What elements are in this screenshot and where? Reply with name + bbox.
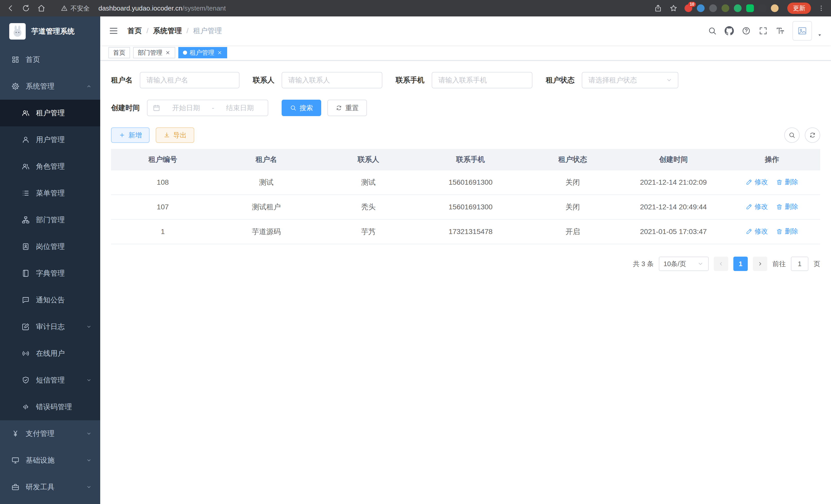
sidebar-item-post[interactable]: 岗位管理 xyxy=(0,233,100,260)
goto-page-input[interactable] xyxy=(791,257,808,271)
delete-button[interactable]: 删除 xyxy=(776,178,798,186)
sidebar-item-dict[interactable]: 字典管理 xyxy=(0,260,100,287)
browser-home-icon[interactable] xyxy=(37,4,46,12)
sidebar-item-notice[interactable]: 通知公告 xyxy=(0,287,100,314)
sidebar-item-error-code[interactable]: 错误码管理 xyxy=(0,393,100,420)
page-size-select[interactable]: 10条/页 xyxy=(659,257,709,271)
sidebar-item-devtools[interactable]: 研发工具 xyxy=(0,474,100,500)
export-button[interactable]: 导出 xyxy=(156,127,194,143)
bookmark-star-icon[interactable] xyxy=(669,4,678,12)
share-icon[interactable] xyxy=(654,4,662,12)
filter-tenant-name: 租户名 xyxy=(111,72,239,88)
refresh-icon xyxy=(336,105,342,111)
sidebar-item-label: 短信管理 xyxy=(36,375,65,385)
refresh-table-button[interactable] xyxy=(805,127,820,143)
trash-icon xyxy=(776,203,783,210)
add-button[interactable]: 新增 xyxy=(111,127,149,143)
avatar[interactable] xyxy=(793,21,812,40)
sidebar-item-role[interactable]: 角色管理 xyxy=(0,153,100,180)
goto-label: 前往 xyxy=(772,260,786,268)
delete-button[interactable]: 删除 xyxy=(776,202,798,211)
page-size-value: 10条/页 xyxy=(663,260,686,268)
sidebar-item-sms[interactable]: 短信管理 xyxy=(0,367,100,393)
post-badge-icon xyxy=(22,242,30,251)
gear-icon xyxy=(11,82,20,90)
cell-created: 2021-12-14 21:02:09 xyxy=(623,170,724,195)
plus-icon xyxy=(119,132,125,139)
sidebar-item-audit-log[interactable]: 审计日志 xyxy=(0,314,100,340)
extension-icon-6[interactable] xyxy=(746,4,754,12)
date-range-picker[interactable]: 开始日期 - 结束日期 xyxy=(147,100,268,116)
sidebar-item-system[interactable]: 系统管理 xyxy=(0,73,100,100)
tag-home[interactable]: 首页 xyxy=(109,47,130,58)
sidebar-item-menu[interactable]: 菜单管理 xyxy=(0,180,100,207)
col-status: 租户状态 xyxy=(522,149,623,170)
delete-button[interactable]: 删除 xyxy=(776,227,798,236)
avatar-caret-down-icon[interactable] xyxy=(816,32,823,38)
sidebar-logo[interactable]: 芋道管理系统 xyxy=(0,17,100,46)
cell-tenant-id: 107 xyxy=(111,195,214,219)
sidebar-item-label: 系统管理 xyxy=(26,82,55,91)
date-separator: - xyxy=(212,104,214,112)
extension-icon-8[interactable] xyxy=(771,4,779,12)
sidebar-item-label: 字典管理 xyxy=(36,268,65,278)
page-unit-label: 页 xyxy=(813,260,820,268)
sidebar-item-online-user[interactable]: 在线用户 xyxy=(0,340,100,367)
error-code-icon xyxy=(22,403,30,411)
chevron-down-icon xyxy=(86,324,92,330)
edit-button[interactable]: 修改 xyxy=(746,227,768,236)
header-search-icon[interactable] xyxy=(708,26,717,35)
extension-icon-4[interactable] xyxy=(721,4,729,12)
notice-icon xyxy=(22,296,30,304)
breadcrumb-system[interactable]: 系统管理 xyxy=(153,26,182,36)
extension-icon-7[interactable] xyxy=(758,4,766,12)
browser-reload-icon[interactable] xyxy=(22,4,30,12)
breadcrumb-home[interactable]: 首页 xyxy=(127,26,142,36)
search-button[interactable]: 搜索 xyxy=(282,100,321,116)
status-select[interactable]: 请选择租户状态 xyxy=(582,72,678,88)
tag-tenant[interactable]: 租户管理 xyxy=(178,47,227,58)
browser-menu-dots-icon[interactable] xyxy=(818,5,825,12)
browser-back-icon[interactable] xyxy=(6,4,15,12)
close-icon[interactable] xyxy=(165,50,171,56)
sidebar-item-user[interactable]: 用户管理 xyxy=(0,126,100,153)
sidebar-item-infra[interactable]: 基础设施 xyxy=(0,447,100,474)
tag-dept[interactable]: 部门管理 xyxy=(133,47,175,58)
address-bar[interactable]: dashboard.yudao.iocoder.cn/system/tenant xyxy=(98,4,226,12)
tenant-name-input[interactable] xyxy=(140,72,239,88)
fullscreen-icon[interactable] xyxy=(758,26,768,35)
security-indicator[interactable]: 不安全 xyxy=(61,4,90,12)
cell-tenant-name: 测试 xyxy=(214,170,318,195)
sidebar-item-payment[interactable]: 支付管理 xyxy=(0,420,100,447)
phone-input[interactable] xyxy=(432,72,533,88)
toggle-search-button[interactable] xyxy=(784,127,800,143)
reset-button[interactable]: 重置 xyxy=(327,100,367,116)
github-icon[interactable] xyxy=(725,26,734,35)
sidebar-item-tenant[interactable]: 租户管理 xyxy=(0,100,100,126)
close-icon[interactable] xyxy=(217,50,223,56)
cell-status: 关闭 xyxy=(522,170,623,195)
chevron-down-icon xyxy=(86,377,92,383)
sidebar-item-label: 部门管理 xyxy=(36,215,65,225)
current-page-button[interactable]: 1 xyxy=(733,257,748,271)
sidebar-item-dept[interactable]: 部门管理 xyxy=(0,207,100,233)
contact-input[interactable] xyxy=(282,72,382,88)
extension-icon-3[interactable] xyxy=(709,4,717,12)
extension-icon-5[interactable] xyxy=(734,4,742,12)
audit-log-icon xyxy=(22,323,30,331)
cell-status: 开启 xyxy=(522,219,623,244)
security-label: 不安全 xyxy=(70,4,90,12)
extension-icon-2[interactable] xyxy=(697,4,705,12)
dashboard-icon xyxy=(11,56,20,64)
breadcrumb: 首页 / 系统管理 / 租户管理 xyxy=(127,26,222,36)
sidebar-collapse-icon[interactable] xyxy=(109,26,119,36)
help-question-icon[interactable] xyxy=(742,26,751,35)
browser-update-button[interactable]: 更新 xyxy=(787,3,811,14)
prev-page-button[interactable] xyxy=(714,257,728,271)
sidebar-item-home[interactable]: 首页 xyxy=(0,46,100,73)
next-page-button[interactable] xyxy=(753,257,767,271)
edit-button[interactable]: 修改 xyxy=(746,202,768,211)
extension-icon-1[interactable]: 10 xyxy=(685,4,692,12)
edit-button[interactable]: 修改 xyxy=(746,178,768,186)
font-size-icon[interactable] xyxy=(775,26,785,35)
